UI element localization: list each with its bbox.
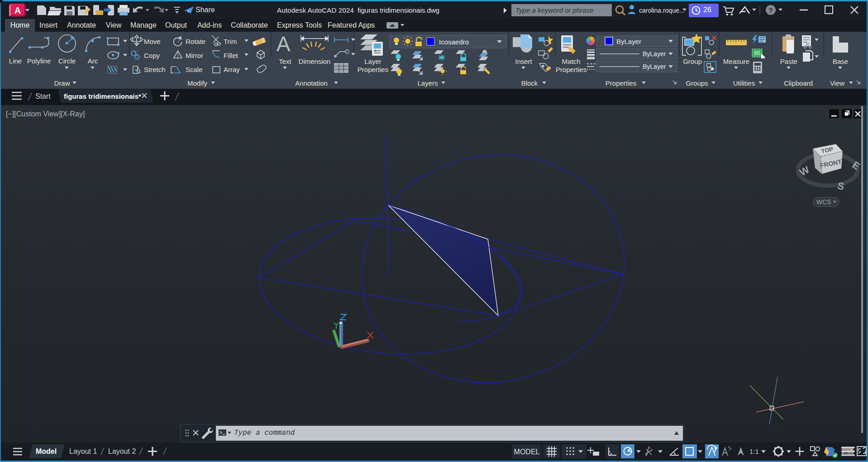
- svg-text:MODEL: MODEL: [514, 448, 540, 456]
- svg-text:Model: Model: [36, 448, 57, 455]
- svg-text:Match: Match: [562, 58, 581, 65]
- svg-text:1:1: 1:1: [749, 448, 759, 455]
- svg-text:Properties: Properties: [358, 66, 388, 73]
- svg-text:Layout 1: Layout 1: [69, 448, 97, 455]
- svg-text:Polyline: Polyline: [27, 57, 51, 65]
- svg-text:A: A: [277, 32, 291, 56]
- svg-text:Group: Group: [683, 58, 702, 65]
- svg-text:Properties: Properties: [556, 66, 587, 73]
- svg-text:Line: Line: [9, 57, 22, 65]
- svg-text:Fillet: Fillet: [224, 52, 238, 59]
- svg-text:Utilities: Utilities: [733, 79, 755, 87]
- svg-text:WCS: WCS: [816, 198, 831, 206]
- svg-text:Icosaedro: Icosaedro: [439, 38, 469, 46]
- svg-text:Dimension: Dimension: [299, 58, 331, 65]
- svg-text:Rotate: Rotate: [186, 38, 205, 45]
- svg-text:Stretch: Stretch: [144, 66, 166, 73]
- svg-text:Groups: Groups: [686, 79, 708, 87]
- svg-text:Properties: Properties: [606, 79, 636, 87]
- svg-text:Draw: Draw: [54, 79, 70, 87]
- svg-text:Text: Text: [279, 58, 291, 65]
- svg-text:Base: Base: [833, 58, 848, 65]
- svg-text:Copy: Copy: [144, 52, 160, 59]
- svg-text:Layout 2: Layout 2: [108, 448, 136, 455]
- svg-text:Arc: Arc: [88, 57, 98, 65]
- svg-text:ByLayer: ByLayer: [643, 63, 666, 70]
- svg-text:Clipboard: Clipboard: [784, 79, 813, 87]
- svg-text:Modify: Modify: [187, 79, 208, 87]
- svg-text:[−][Custom View][X-Ray]: [−][Custom View][X-Ray]: [6, 110, 85, 118]
- svg-text:Start: Start: [35, 92, 51, 100]
- svg-text:View: View: [830, 79, 844, 87]
- svg-text:Annotation: Annotation: [295, 79, 328, 87]
- svg-text:Paste: Paste: [780, 58, 797, 65]
- svg-text:Measure: Measure: [723, 58, 749, 65]
- svg-text:Layers: Layers: [417, 79, 438, 87]
- svg-text:Mirror: Mirror: [186, 52, 203, 59]
- svg-text:Scale: Scale: [186, 66, 203, 73]
- svg-text:Circle: Circle: [58, 57, 76, 65]
- svg-text:?: ?: [768, 6, 773, 14]
- svg-text:Block: Block: [521, 79, 538, 87]
- svg-text:S: S: [836, 180, 845, 192]
- svg-text:Insert: Insert: [515, 58, 532, 65]
- svg-text:ByLayer: ByLayer: [616, 38, 641, 45]
- svg-text:ByLayer: ByLayer: [643, 50, 666, 58]
- svg-text:Move: Move: [144, 38, 161, 45]
- svg-text:A: A: [14, 5, 21, 15]
- svg-text:Layer: Layer: [364, 58, 382, 65]
- svg-text:Trim: Trim: [224, 38, 237, 45]
- svg-text:Array: Array: [224, 66, 240, 73]
- svg-text:figuras tridimensionais*: figuras tridimensionais*: [64, 92, 141, 100]
